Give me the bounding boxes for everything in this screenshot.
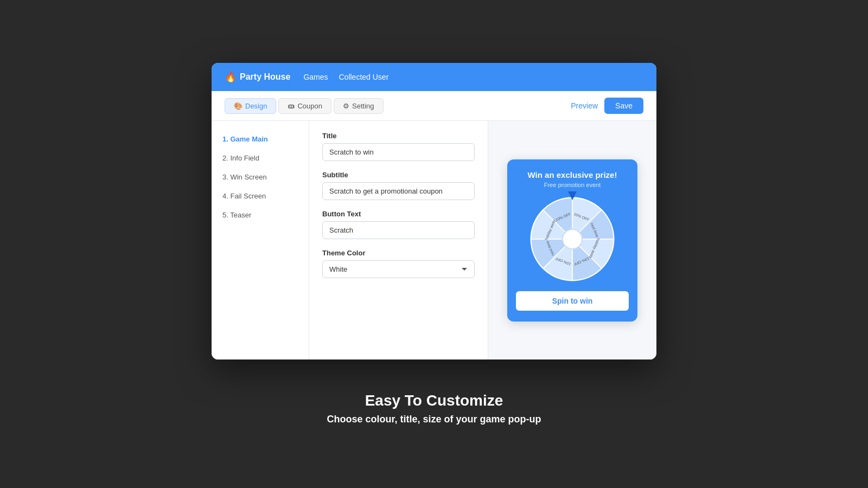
- sidebar-item-game-main[interactable]: 1. Game Main: [212, 130, 309, 149]
- toolbar: 🎨 Design 🎟 Coupon ⚙ Setting Preview Save: [212, 91, 656, 121]
- navbar: 🔥 Party House Games Collected User: [212, 63, 656, 91]
- sidebar-item-fail-screen[interactable]: 4. Fail Screen: [212, 187, 309, 206]
- wheel-pointer: [568, 191, 577, 200]
- tab-group: 🎨 Design 🎟 Coupon ⚙ Setting: [225, 98, 384, 114]
- design-icon: 🎨: [234, 102, 242, 110]
- navbar-brand: 🔥 Party House: [225, 71, 290, 83]
- theme-color-group: Theme Color White Blue Red Green: [322, 249, 475, 278]
- navbar-nav: Games Collected User: [303, 73, 388, 81]
- preview-button[interactable]: Preview: [571, 101, 598, 110]
- nav-collected-user[interactable]: Collected User: [339, 73, 389, 81]
- save-button[interactable]: Save: [604, 98, 643, 114]
- subtitle-label: Subtitle: [322, 171, 475, 179]
- sidebar-item-info-field[interactable]: 2. Info Field: [212, 149, 309, 168]
- tab-coupon[interactable]: 🎟 Coupon: [278, 98, 331, 114]
- button-text-input[interactable]: [322, 221, 475, 239]
- brand-name: Party House: [240, 72, 290, 82]
- sidebar: 1. Game Main 2. Info Field 3. Win Screen…: [212, 121, 309, 359]
- bottom-title: Easy To Customize: [327, 392, 541, 409]
- button-text-label: Button Text: [322, 210, 475, 218]
- title-group: Title: [322, 132, 475, 161]
- nav-games[interactable]: Games: [303, 73, 328, 81]
- toolbar-actions: Preview Save: [571, 98, 643, 114]
- main-content: 1. Game Main 2. Info Field 3. Win Screen…: [212, 121, 656, 359]
- svg-point-1: [563, 229, 582, 249]
- tab-design[interactable]: 🎨 Design: [225, 98, 276, 114]
- theme-color-select[interactable]: White Blue Red Green: [322, 260, 475, 278]
- bottom-text: Easy To Customize Choose colour, title, …: [327, 392, 541, 425]
- setting-icon: ⚙: [343, 102, 349, 110]
- wheel-svg: 10% OFF next time holiday away 10% OFF 1…: [529, 196, 616, 282]
- title-input[interactable]: [322, 143, 475, 161]
- coupon-icon: 🎟: [288, 102, 295, 110]
- flame-icon: 🔥: [225, 71, 237, 83]
- title-label: Title: [322, 132, 475, 140]
- button-text-group: Button Text: [322, 210, 475, 239]
- spin-card: Win an exclusive prize! Free promotion e…: [507, 159, 637, 322]
- bottom-subtitle: Choose colour, title, size of your game …: [327, 414, 541, 425]
- spin-button[interactable]: Spin to win: [516, 291, 629, 311]
- sidebar-item-win-screen[interactable]: 3. Win Screen: [212, 168, 309, 187]
- subtitle-group: Subtitle: [322, 171, 475, 200]
- theme-color-label: Theme Color: [322, 249, 475, 257]
- sidebar-item-teaser[interactable]: 5. Teaser: [212, 206, 309, 224]
- spin-card-subtitle: Free promotion event: [516, 182, 629, 188]
- preview-panel: Win an exclusive prize! Free promotion e…: [488, 121, 656, 359]
- subtitle-input[interactable]: [322, 182, 475, 200]
- tab-setting[interactable]: ⚙ Setting: [334, 98, 383, 114]
- form-panel: Title Subtitle Button Text Theme Color W…: [309, 121, 488, 359]
- spin-card-title: Win an exclusive prize!: [516, 170, 629, 179]
- wheel-container: 10% OFF next time holiday away 10% OFF 1…: [529, 196, 616, 282]
- app-window: 🔥 Party House Games Collected User 🎨 Des…: [212, 63, 656, 359]
